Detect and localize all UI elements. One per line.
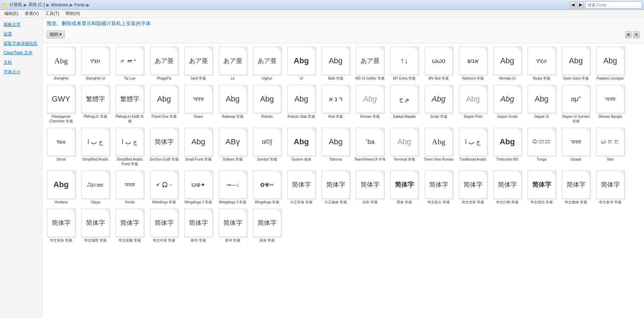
font-item[interactable]: AbgSmall Fonts 常规 [182, 126, 215, 168]
font-item[interactable]: ʼbaTeamViewer14 中等 [353, 126, 387, 168]
font-item[interactable]: 简体字华文琥珀 常规 [525, 169, 558, 206]
font-item[interactable]: AbgSegoe Print [456, 83, 490, 125]
font-item[interactable]: অবকVrinda [113, 169, 146, 206]
menu-help[interactable]: 帮助(H) [63, 10, 83, 17]
font-item[interactable]: 简体字方正舒体 常规 [284, 169, 318, 206]
font-item[interactable]: ωωοMV Boli 常规 [422, 45, 455, 82]
font-item[interactable]: অঘকRaavi [182, 83, 215, 125]
font-item[interactable]: αμ″Segoe UI Symbol 常规 [559, 83, 593, 125]
back-button[interactable]: ◀ [570, 1, 576, 8]
font-item[interactable]: 繁體字PMingLiU-ExtB 常规 [113, 83, 146, 125]
font-item[interactable]: ﺝ ﺏ ﺍTraditional Arabic [456, 126, 490, 168]
sidebar-item-fontsize[interactable]: 字体大小 [1, 68, 41, 76]
font-item[interactable]: ﻡ ﺝSakkal Majalla [387, 83, 421, 125]
sidebar-item-settings[interactable]: 设置 [1, 30, 41, 38]
font-preview-text: Abg [294, 56, 309, 65]
font-item[interactable]: AbgRoman 常规 [353, 83, 387, 125]
menu-tools[interactable]: 工具(T) [42, 10, 62, 17]
forward-button[interactable]: ▶ [577, 1, 584, 8]
font-item[interactable]: AbgSegoe UI [525, 83, 558, 125]
font-item[interactable]: ΑΒγSylfaen 常规 [216, 126, 249, 168]
font-item[interactable]: AbgBaiti 常规 [319, 45, 352, 82]
font-item[interactable]: ﺝ ﺏ ﺍSimplified Arabic [79, 126, 112, 168]
font-item[interactable]: AbgTimes New Roman [422, 126, 455, 168]
font-item[interactable]: ᡁᡂᡃTai Lue [113, 45, 146, 82]
font-item[interactable]: 简体字华文新魏 常规 [113, 207, 146, 244]
font-item[interactable]: AbgRaleway 常规 [216, 83, 249, 125]
font-item[interactable]: 简体字华文仿宋 常规 [456, 169, 490, 206]
font-item[interactable]: ✿✾✂Wingdings 常规 [250, 169, 284, 206]
font-item[interactable]: 简体字华文隶书 常规 [593, 169, 627, 206]
font-item[interactable]: 简体字华文行楷 常规 [490, 169, 524, 206]
font-item[interactable]: ר נ אRod 常规 [319, 83, 352, 125]
font-label: Palatino Linotype [594, 76, 626, 81]
font-item[interactable]: ϖ⊕✦Wingdings 2 常规 [182, 169, 215, 206]
font-item[interactable]: 简体字华文细黑 常规 [79, 207, 112, 244]
font-item[interactable]: AbgTerminal 常规 [387, 126, 421, 168]
font-item[interactable]: ✔ 🎧 ○Webdings 常规 [147, 169, 181, 206]
font-item[interactable]: AbgOpen Sans 常规 [559, 45, 593, 82]
font-label: 华文琥珀 常规 [526, 200, 557, 204]
font-item[interactable]: GWYPlantagenet Cherokee 常规 [44, 83, 78, 125]
font-item[interactable]: 简体字黑体 常规 [387, 169, 421, 206]
font-item[interactable]: 简体字方正姚体 常规 [319, 169, 352, 206]
view-list-button[interactable]: ☰ [633, 31, 640, 38]
font-item[interactable]: ﺝ ﺏ ﺍSimplified Arabic Fixed 常规 [113, 126, 146, 168]
font-item[interactable]: ఘఙఙVani [593, 126, 627, 168]
font-item[interactable]: 简体字仿宋 常规 [353, 169, 387, 206]
breadcrumb-item[interactable]: Fonts [74, 2, 85, 7]
font-item[interactable]: ሃሄሀJhengHei UI [79, 45, 112, 82]
font-item[interactable]: あア亜PhagsPa [147, 45, 181, 82]
font-item[interactable]: ಘಙಙTunga [525, 126, 558, 168]
breadcrumb-item[interactable]: 系统 (C:) [28, 2, 45, 8]
sidebar-item-cleartype[interactable]: ClearType 文本 [1, 49, 41, 57]
font-item[interactable]: AbgNirmala UI [490, 45, 524, 82]
font-item[interactable]: অবকShonar Bangla [593, 83, 627, 125]
font-item[interactable]: 简体字SimSun-ExtB 常规 [147, 126, 181, 168]
font-item[interactable]: あア亜Uighur [250, 45, 284, 82]
font-item[interactable]: AbgRoboto [250, 83, 284, 125]
font-item[interactable]: 简体字楷书 常规 [182, 207, 215, 244]
font-item[interactable]: ঘঙঙShruti [44, 126, 78, 168]
font-item[interactable]: 简体字隶书 常规 [216, 207, 249, 244]
font-item[interactable]: AbgSystem 粗体 [284, 126, 318, 168]
font-item[interactable]: あア亜Le [216, 45, 249, 82]
font-item[interactable]: AbgScript 常规 [422, 83, 455, 125]
font-item[interactable]: ↑↓MT Extra 常规 [387, 45, 421, 82]
font-item[interactable]: あア亜Serif 常规 [182, 45, 215, 82]
font-item[interactable]: あア亜MS UI Gothic 常规 [353, 45, 387, 82]
font-item[interactable]: AbgJhengHei [44, 45, 78, 82]
font-item[interactable]: 繁體字PMingLiU 常规 [79, 83, 112, 125]
font-item[interactable]: அஈஊVijaya [79, 169, 112, 206]
font-item[interactable]: AbgTrebuchet MS [490, 126, 524, 168]
font-item[interactable]: 简体字华文彩云 常规 [422, 169, 455, 206]
font-preview-text: あア亜 [223, 57, 242, 65]
font-item[interactable]: AbgTahoma [319, 126, 352, 168]
font-item[interactable]: אגשNarkisim 常规 [456, 45, 490, 82]
menu-view[interactable]: 查看(V) [22, 10, 42, 17]
font-label: Roman 常规 [354, 114, 386, 119]
font-item[interactable]: ሃሂሀNyala 常规 [525, 45, 558, 82]
breadcrumb-item[interactable]: Windows [51, 2, 68, 7]
font-item[interactable]: অবকUtsaah [559, 126, 593, 168]
font-item[interactable]: AbgUI [284, 45, 318, 82]
sidebar-item-column[interactable]: 主柱 [1, 58, 41, 67]
font-item[interactable]: 简体字宋体 常规 [250, 207, 284, 244]
font-item[interactable]: AbgSegoe Script [490, 83, 524, 125]
font-item[interactable]: ⇒—↓Wingdings 3 常规 [216, 169, 249, 206]
sidebar-item-home[interactable]: 面板主页 [1, 21, 41, 29]
font-item[interactable]: AbgPalatino Linotype [593, 45, 627, 82]
font-item[interactable]: AbgPoiret One 常规 [147, 83, 181, 125]
menu-edit[interactable]: 编辑(E) [1, 10, 21, 17]
organize-button[interactable]: 组织 ▾ [47, 30, 65, 39]
view-tile-button[interactable]: ⊞ [625, 31, 632, 38]
font-item[interactable]: 简体字华文楷体 常规 [559, 169, 593, 206]
breadcrumb-item[interactable]: 计算机 [10, 2, 22, 8]
font-item[interactable]: α©∫Symbol 常规 [250, 126, 284, 168]
font-item[interactable]: AbgRoboto Slab 常规 [284, 83, 318, 125]
search-input[interactable] [585, 1, 642, 8]
font-item[interactable]: AbgVerdana [44, 169, 78, 206]
font-item[interactable]: 简体字华文宋体 常规 [44, 207, 78, 244]
sidebar-item-fontinfo[interactable]: 获取字体详细信息 [1, 40, 41, 48]
font-item[interactable]: 简体字华文中宋 常规 [147, 207, 181, 244]
